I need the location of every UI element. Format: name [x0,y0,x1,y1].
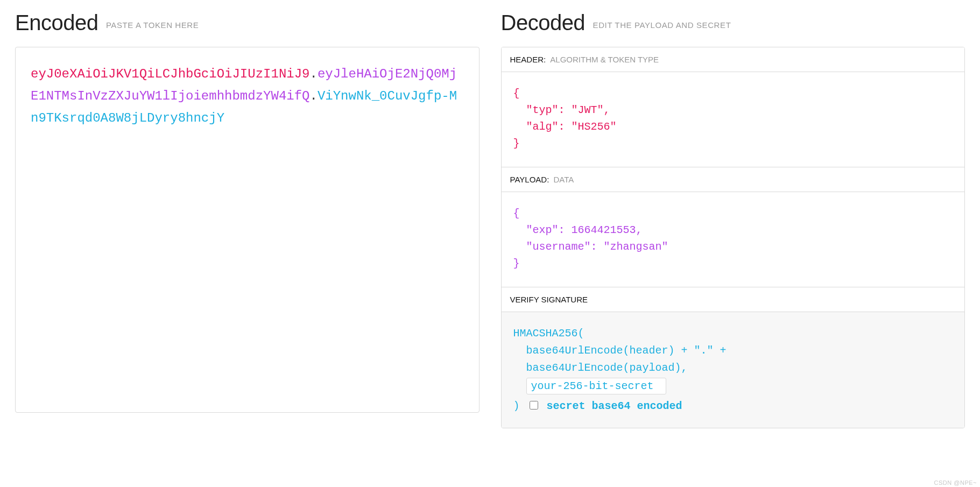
token-header-segment: eyJ0eXAiOiJKV1QiLCJhbGciOiJIUzI1NiJ9 [31,67,309,81]
signature-body: HMACSHA256( base64UrlEncode(header) + ".… [502,312,965,428]
signature-line3: base64UrlEncode(payload), [526,362,688,374]
header-section-title: HEADER: ALGORITHM & TOKEN TYPE [502,47,965,72]
header-section-label: HEADER: [510,55,546,64]
payload-section-title: PAYLOAD: DATA [502,167,965,192]
token-dot: . [309,67,317,81]
secret-input[interactable] [526,378,666,394]
decoded-subtitle: EDIT THE PAYLOAD AND SECRET [593,20,731,30]
header-json-content: { "typ": "JWT", "alg": "HS256" } [513,85,953,152]
header-json-editor[interactable]: { "typ": "JWT", "alg": "HS256" } [502,72,965,167]
signature-section-label: VERIFY SIGNATURE [510,295,588,304]
encoded-column: Encoded PASTE A TOKEN HERE eyJ0eXAiOiJKV… [15,11,480,428]
encoded-subtitle: PASTE A TOKEN HERE [106,20,199,30]
jwt-debugger: Encoded PASTE A TOKEN HERE eyJ0eXAiOiJKV… [15,11,965,428]
decoded-title: Decoded [501,11,586,34]
decoded-column: Decoded EDIT THE PAYLOAD AND SECRET HEAD… [501,11,965,428]
payload-json-editor[interactable]: { "exp": 1664421553, "username": "zhangs… [502,192,965,287]
payload-section-label: PAYLOAD: [510,175,549,184]
signature-section-title: VERIFY SIGNATURE [502,287,965,312]
secret-base64-label: secret base64 encoded [547,400,682,412]
encoded-title: Encoded [15,11,98,34]
signature-line1: HMACSHA256( [513,325,953,342]
decoded-title-row: Decoded EDIT THE PAYLOAD AND SECRET [501,11,965,35]
payload-json-content: { "exp": 1664421553, "username": "zhangs… [513,205,953,272]
signature-closing-paren: ) [513,400,520,412]
secret-base64-checkbox[interactable] [530,401,538,410]
encoded-title-row: Encoded PASTE A TOKEN HERE [15,11,480,35]
encoded-token-input[interactable]: eyJ0eXAiOiJKV1QiLCJhbGciOiJIUzI1NiJ9.eyJ… [15,47,480,413]
payload-section-sublabel: DATA [553,175,574,184]
decoded-panels: HEADER: ALGORITHM & TOKEN TYPE { "typ": … [501,47,965,428]
header-section-sublabel: ALGORITHM & TOKEN TYPE [550,55,659,64]
token-dot: . [309,89,317,103]
signature-line2: base64UrlEncode(header) + "." + [526,344,727,357]
